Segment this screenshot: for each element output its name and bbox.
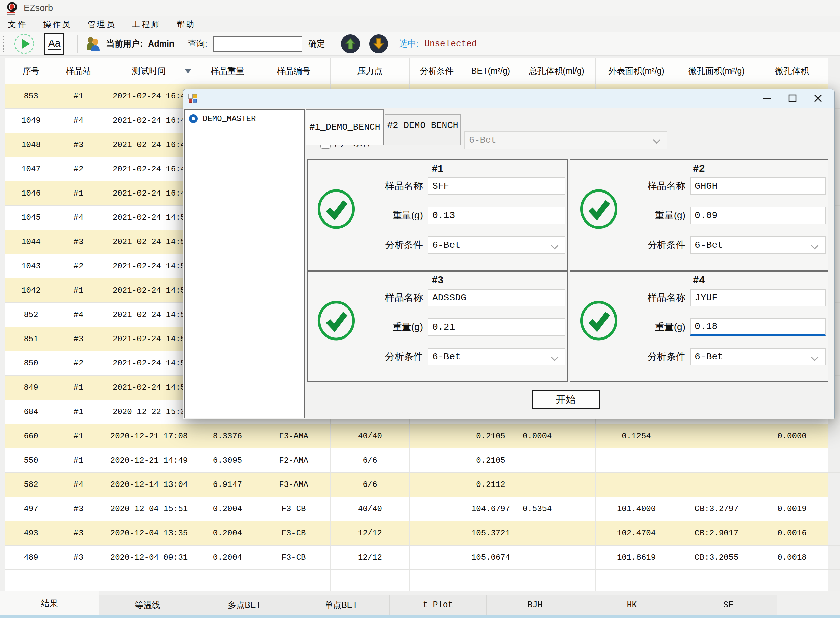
analysis-condition-value: 6-Bet [469, 135, 496, 145]
cell-time: 2020-12-21 14:49 [100, 449, 198, 473]
bottom-tab-7[interactable]: SF [680, 595, 777, 615]
selected-label: 选中: [399, 38, 419, 49]
cell-seq: 684 [5, 400, 57, 424]
station-title: #3 [308, 275, 567, 286]
font-button[interactable]: Aa [44, 33, 64, 55]
condition-label: 分析条件 [570, 350, 690, 363]
sample-name-input[interactable]: ADSSDG [428, 289, 565, 306]
start-button[interactable]: 开始 [532, 390, 600, 409]
cell-external-area [596, 473, 677, 497]
column-header-sample[interactable]: 样品编号 [257, 58, 330, 84]
bottom-tab-2[interactable]: 多点BET [196, 595, 293, 615]
weight-label: 重量(g) [308, 209, 428, 222]
table-row[interactable]: 493#32020-12-04 13:350.2004F3-CB12/12105… [0, 521, 840, 545]
master-list-item[interactable]: DEMO_MASTER [185, 111, 304, 126]
bottom-tab-4[interactable]: t-Plot [390, 595, 487, 615]
column-header-micropore-area[interactable]: 微孔面积(m²/g) [677, 58, 756, 84]
column-header-total-pore-volume[interactable]: 总孔体积(ml/g) [518, 58, 596, 84]
condition-select[interactable]: 6-Bet [428, 236, 565, 254]
tab-bench-2[interactable]: #2_DEMO_BENCH [385, 114, 461, 145]
row-header [0, 108, 5, 133]
condition-select[interactable]: 6-Bet [690, 348, 825, 365]
condition-select[interactable]: 6-Bet [690, 236, 825, 254]
weight-input[interactable]: 0.21 [428, 318, 565, 336]
menu-item-3[interactable]: 工程师 [124, 16, 169, 32]
weight-input[interactable]: 0.13 [428, 206, 565, 224]
table-row[interactable]: 582#42020-12-14 13:046.9147F3-AMA6/60.21… [0, 473, 840, 497]
minimize-button[interactable] [756, 89, 778, 108]
current-user-value: Admin [148, 39, 174, 49]
sample-name-label: 样品名称 [570, 180, 690, 193]
bottom-tab-3[interactable]: 单点BET [293, 595, 390, 615]
table-row[interactable]: 497#32020-12-04 15:510.2004F3-CB40/40104… [0, 497, 840, 521]
dialog-titlebar[interactable] [183, 89, 834, 108]
cell-weight: 6.9147 [198, 473, 257, 497]
font-icon: Aa [47, 37, 61, 50]
sample-name-input[interactable]: GHGH [690, 177, 825, 195]
weight-input[interactable]: 0.09 [690, 206, 825, 224]
row-header [0, 449, 5, 473]
cell-external-area [596, 449, 677, 473]
menu-item-1[interactable]: 操作员 [35, 16, 80, 32]
menu-item-4[interactable]: 帮助 [169, 16, 203, 32]
bottom-tab-5[interactable]: BJH [487, 595, 584, 615]
bottom-tab-1[interactable]: 等温线 [99, 595, 196, 615]
close-button[interactable] [807, 89, 829, 108]
empty-cell [410, 570, 464, 591]
column-header-bet[interactable]: BET(m²/g) [464, 58, 518, 84]
sample-name-input[interactable]: SFF [428, 177, 565, 195]
play-icon [13, 33, 35, 55]
move-down-button[interactable] [369, 34, 388, 53]
cell-pressure: 40/40 [330, 424, 410, 449]
bottom-tab-6[interactable]: HK [584, 595, 680, 615]
maximize-button[interactable] [782, 89, 803, 108]
table-row[interactable]: 550#12020-12-21 14:496.3095F2-AMA6/60.21… [0, 449, 840, 473]
cell-micropore-area [677, 424, 756, 449]
cell-station: #3 [57, 327, 100, 351]
cell-pressure: 40/40 [330, 497, 410, 521]
station-panel: #4 样品名称 JYUF 重量(g) 0.18 分析条件 6-Bet [570, 271, 828, 382]
cell-bet: 105.0674 [464, 545, 518, 570]
menu-item-0[interactable]: 文件 [0, 16, 35, 32]
tab-bench-1[interactable]: #1_DEMO_BENCH [306, 109, 384, 145]
empty-cell [257, 570, 330, 591]
column-header-time[interactable]: 测试时间 [100, 58, 198, 84]
move-up-button[interactable] [341, 34, 360, 53]
column-header-external-area[interactable]: 外表面积(m²/g) [596, 58, 677, 84]
cell-bet: 0.2105 [464, 424, 518, 449]
search-input[interactable] [213, 36, 302, 52]
cell-condition [410, 449, 464, 473]
column-header-weight[interactable]: 样品重量 [198, 58, 257, 84]
cell-seq: 497 [5, 497, 57, 521]
cell-station: #1 [57, 424, 100, 449]
cell-seq: 550 [5, 449, 57, 473]
column-header-condition[interactable]: 分析条件 [410, 58, 464, 84]
sample-setup-dialog: DEMO_MASTER #1_DEMO_BENCH #2_DEMO_BENCH … [183, 89, 835, 419]
cell-seq: 1047 [5, 157, 57, 181]
confirm-button[interactable]: 确定 [308, 38, 325, 49]
column-header-pressure[interactable]: 压力点 [330, 58, 410, 84]
cell-micropore-volume: 0.0019 [756, 497, 828, 521]
toolbar-grip[interactable] [3, 36, 5, 52]
sample-name-input[interactable]: JYUF [690, 289, 825, 306]
column-header-micropore-volume[interactable]: 微孔体积 [756, 58, 828, 84]
table-row[interactable]: 660#12020-12-21 17:088.3376F3-AMA40/400.… [0, 424, 840, 449]
menu-item-2[interactable]: 管理员 [80, 16, 124, 32]
toolbar-separator [483, 35, 484, 53]
start-analysis-button[interactable] [13, 33, 35, 55]
condition-label: 分析条件 [570, 239, 690, 251]
bottom-tab-0[interactable]: 结果 [0, 591, 99, 615]
column-header-seq[interactable]: 序号 [5, 58, 57, 84]
column-header-station[interactable]: 样品站 [57, 58, 100, 84]
weight-input[interactable]: 0.18 [690, 318, 825, 336]
row-header [0, 400, 5, 424]
cell-seq: 493 [5, 521, 57, 545]
header-filler [828, 58, 840, 84]
table-row[interactable]: 489#32020-12-04 09:310.2004F3-CB12/12105… [0, 545, 840, 570]
cell-seq: 1043 [5, 254, 57, 278]
row-header [0, 206, 5, 230]
condition-select[interactable]: 6-Bet [428, 348, 565, 365]
cell-micropore-volume [756, 449, 828, 473]
cell-condition [410, 473, 464, 497]
empty-cell [330, 570, 410, 591]
